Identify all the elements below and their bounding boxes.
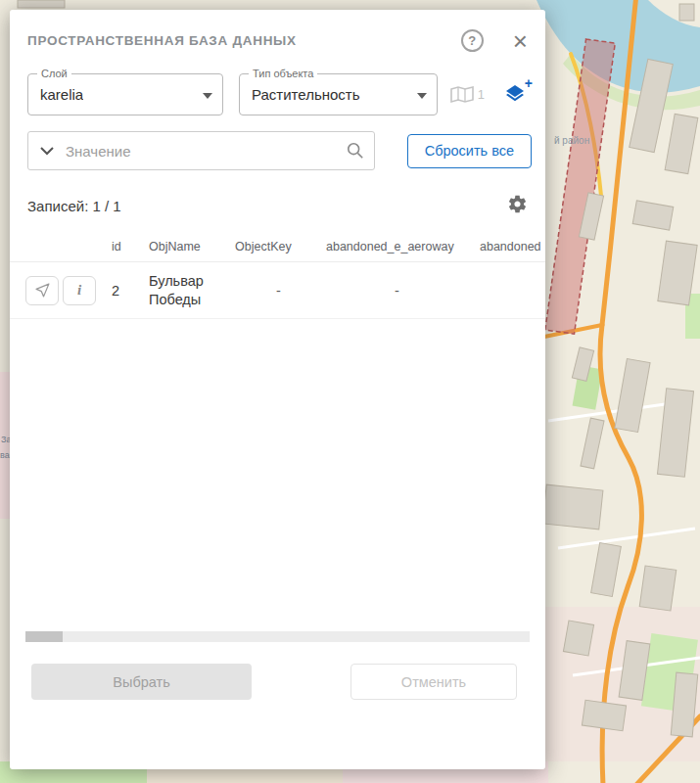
gear-icon (507, 194, 528, 214)
object-type-select[interactable]: Тип объекта Растительность (239, 73, 438, 115)
close-icon: × (513, 26, 528, 56)
spatial-database-dialog: ПРОСТРАНСТВЕННАЯ БАЗА ДАННЫХ ? × Слой ka… (10, 10, 545, 769)
layer-select-label: Слой (37, 68, 71, 79)
info-icon: i (77, 282, 81, 299)
dialog-actions: Выбрать Отменить (10, 664, 545, 700)
cell-id: 2 (108, 283, 145, 299)
chevron-down-icon (417, 93, 427, 99)
help-button[interactable]: ? (461, 29, 484, 52)
cell-objectkey: - (233, 283, 324, 299)
scrollbar-thumb[interactable] (25, 631, 63, 642)
object-info-button[interactable]: i (63, 276, 96, 305)
add-layer-button[interactable]: + (502, 81, 528, 108)
records-row: Записей: 1 / 1 (10, 170, 545, 221)
header-objname: ObjName (145, 240, 233, 253)
operator-chevron-icon[interactable] (40, 147, 54, 156)
layer-select[interactable]: Слой karelia (27, 73, 223, 115)
cancel-button[interactable]: Отменить (350, 664, 517, 700)
filters-row: Слой karelia Тип объекта Растительность … (10, 58, 545, 115)
layer-select-value: karelia (40, 86, 83, 103)
records-count: Записей: 1 / 1 (27, 198, 507, 214)
chevron-down-icon (203, 93, 212, 99)
dialog-header: ПРОСТРАНСТВЕННАЯ БАЗА ДАННЫХ ? × (10, 10, 545, 58)
map-icon (449, 85, 475, 105)
screen: й район За вар ПРОСТРАНСТВЕННАЯ БАЗА ДАН… (0, 0, 700, 783)
object-type-select-label: Тип объекта (249, 68, 317, 79)
horizontal-scrollbar[interactable] (25, 631, 530, 642)
zoom-to-object-button[interactable] (25, 276, 59, 305)
object-type-select-value: Растительность (252, 86, 360, 103)
cell-abandoned-aeroway: - (324, 283, 470, 299)
value-filter-box (27, 131, 375, 170)
map-extent-button[interactable]: 1 (449, 85, 485, 105)
dialog-title: ПРОСТРАНСТВЕННАЯ БАЗА ДАННЫХ (27, 33, 461, 48)
value-filter-row: Сбросить все (10, 115, 545, 170)
question-icon: ? (468, 33, 476, 48)
results-table: id ObjName ObjectKey abandoned_e_aeroway… (10, 231, 545, 319)
table-row[interactable]: i 2 Бульвар Победы - - (10, 262, 545, 319)
close-button[interactable]: × (513, 31, 528, 51)
reset-all-button[interactable]: Сбросить все (407, 134, 532, 168)
header-objectkey: ObjectKey (233, 240, 324, 253)
navigate-icon (34, 282, 51, 299)
header-abandoned-aeroway: abandoned_e_aeroway (324, 240, 470, 253)
value-search-input[interactable] (66, 143, 347, 160)
table-settings-button[interactable] (507, 194, 528, 217)
header-id: id (108, 240, 145, 253)
select-button[interactable]: Выбрать (31, 664, 252, 700)
map-counter-value: 1 (478, 87, 485, 102)
cell-objname: Бульвар Победы (145, 272, 233, 309)
plus-icon: + (525, 75, 533, 91)
table-header: id ObjName ObjectKey abandoned_e_aeroway… (10, 231, 545, 262)
header-abandoned: abandoned (470, 240, 545, 253)
map-label-district: й район (554, 135, 589, 146)
search-icon[interactable] (347, 142, 364, 160)
